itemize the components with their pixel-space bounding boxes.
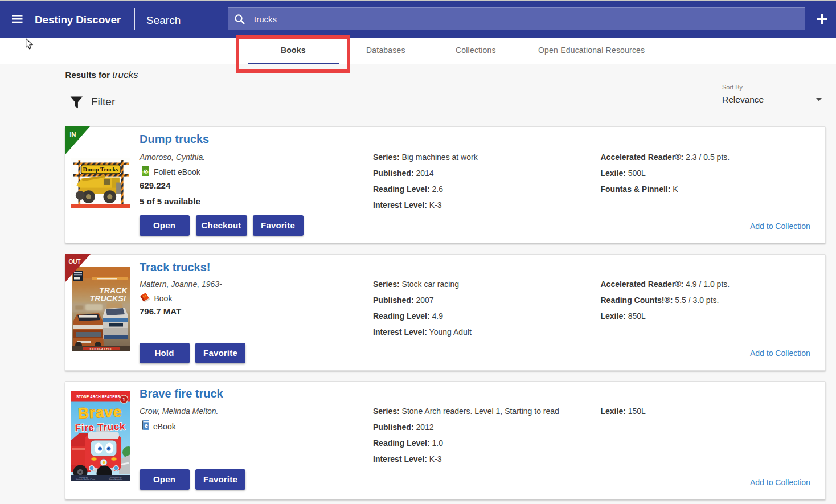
svg-text:TRUCKS!: TRUCKS! xyxy=(90,294,126,303)
svg-text:Fire Truck: Fire Truck xyxy=(75,420,125,433)
svg-text:Dump Trucks: Dump Trucks xyxy=(83,166,118,173)
svg-text:STONE ARCH READERS: STONE ARCH READERS xyxy=(76,395,120,399)
svg-text:SCHOLASTIC: SCHOLASTIC xyxy=(89,347,112,350)
svg-text:1: 1 xyxy=(122,396,126,403)
svg-text:Steve Harpster: Steve Harpster xyxy=(109,478,123,481)
svg-text:Melinda Melton Crow: Melinda Melton Crow xyxy=(76,478,95,481)
svg-text:Brave: Brave xyxy=(78,403,122,422)
